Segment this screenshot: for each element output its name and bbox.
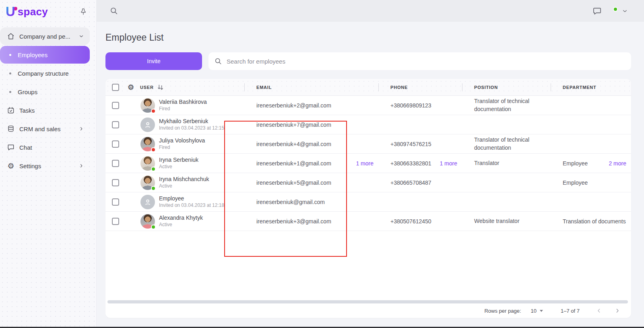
sidebar-item-employees[interactable]: Employees	[0, 46, 90, 64]
table-row[interactable]: Employee Invited on 03.04.2023 at 12:18 …	[105, 192, 631, 212]
department-more-link[interactable]: 2 more	[609, 160, 631, 167]
column-header-phone: PHONE	[378, 79, 462, 95]
column-header-user[interactable]: USER	[140, 85, 154, 90]
online-status-dot	[613, 7, 618, 12]
table-row[interactable]: Iryna Serbeniuk Active ireneserbeniuk+1@…	[105, 154, 631, 173]
search-icon	[214, 57, 222, 65]
bullet-icon	[9, 72, 11, 74]
employee-avatar	[140, 156, 155, 171]
next-page-button[interactable]	[614, 307, 621, 314]
employee-status: Active	[159, 222, 203, 228]
sidebar-item-company-and-people[interactable]: Company and pe...	[0, 27, 90, 45]
rows-per-page-select[interactable]: 10	[531, 308, 543, 314]
row-checkbox[interactable]	[112, 121, 119, 128]
employee-name: Valeriia Bashkirova	[159, 99, 207, 105]
status-dot	[151, 109, 156, 113]
bullet-icon	[9, 91, 11, 93]
sidebar-item-label: Employees	[18, 52, 47, 58]
chat-bubble-icon	[6, 143, 15, 151]
sidebar-item-label: Settings	[19, 163, 41, 169]
employee-phone: +380974576215	[390, 141, 431, 147]
row-checkbox[interactable]	[112, 140, 119, 148]
table-row[interactable]: Iryna Mishchanchuk Active ireneserbeniuk…	[105, 173, 631, 192]
employee-name: Employee	[159, 195, 224, 202]
bullet-icon	[9, 54, 11, 56]
sidebar-item-label: CRM and sales	[19, 126, 61, 132]
table-header-row: ⚙ USER EMAIL PHONE POSITION DEPARTMENT	[105, 79, 631, 96]
previous-page-button[interactable]	[596, 307, 602, 314]
sidebar-item-label: Company structure	[18, 70, 69, 77]
employee-position	[462, 115, 551, 134]
employee-status: Active	[159, 183, 209, 189]
sidebar-item-label: Chat	[19, 144, 32, 151]
status-dot	[151, 167, 156, 171]
employee-position: Website translator	[462, 212, 551, 231]
phone-more-link[interactable]: 1 more	[440, 160, 462, 167]
employee-avatar	[140, 175, 155, 190]
search-input[interactable]	[227, 58, 625, 65]
column-header-position: POSITION	[462, 79, 551, 95]
sidebar-item-label: Company and pe...	[19, 33, 70, 40]
employee-position	[462, 173, 551, 192]
row-checkbox[interactable]	[112, 179, 119, 186]
messages-icon[interactable]	[592, 6, 602, 16]
profile-chevron-down-icon[interactable]	[622, 8, 628, 14]
email-more-link[interactable]: 1 more	[356, 160, 378, 167]
sidebar-menu: Company and pe... Employees Company stru…	[0, 22, 96, 175]
table-body: Valeriia Bashkirova Fired ireneserbeniuk…	[105, 96, 631, 231]
status-dot	[151, 147, 156, 152]
horizontal-scrollbar[interactable]	[107, 300, 628, 303]
employee-name: Alexandra Khytyk	[159, 215, 203, 221]
employee-status: Invited on 03.04.2023 at 12:15	[159, 125, 224, 131]
row-checkbox[interactable]	[112, 102, 119, 109]
logo-text: spacy	[18, 6, 48, 18]
sidebar: U spacy Company and pe... Employees	[0, 0, 97, 328]
employee-avatar	[140, 98, 155, 113]
chevron-down-icon	[78, 33, 84, 39]
row-checkbox[interactable]	[112, 198, 119, 206]
sidebar-item-crm-and-sales[interactable]: CRM and sales	[0, 120, 90, 138]
table-row[interactable]: Mykhailo Serbeniuk Invited on 03.04.2023…	[105, 115, 631, 134]
column-header-department: DEPARTMENT	[551, 79, 631, 95]
employee-department: Translation of documents	[563, 218, 626, 225]
row-checkbox[interactable]	[112, 218, 119, 225]
employee-email: ireneserbeniuk+7@gmail.com	[256, 122, 331, 128]
caret-down-icon	[540, 310, 543, 312]
logo-letter: U	[6, 6, 15, 18]
sort-icon[interactable]	[157, 84, 164, 91]
employee-name: Iryna Serbeniuk	[159, 157, 198, 163]
employee-status: Fired	[159, 144, 205, 151]
employee-department: Employee	[563, 179, 588, 186]
employee-position: Translator of technical documentation	[462, 134, 551, 153]
pin-sidebar-icon[interactable]	[79, 8, 87, 16]
chevron-right-icon	[78, 126, 84, 132]
sidebar-item-chat[interactable]: Chat	[0, 138, 90, 156]
employee-email: ireneserbeniuk+1@gmail.com	[256, 160, 331, 167]
employee-name: Juliya Voloshylova	[159, 137, 205, 144]
table-row[interactable]: Valeriia Bashkirova Fired ireneserbeniuk…	[105, 96, 631, 115]
row-checkbox[interactable]	[112, 160, 119, 167]
sidebar-item-groups[interactable]: Groups	[0, 83, 90, 101]
sidebar-item-company-structure[interactable]: Company structure	[0, 64, 90, 82]
employee-avatar	[140, 214, 155, 229]
home-icon	[6, 32, 15, 40]
employee-phone: +380665708487	[390, 179, 431, 186]
select-all-checkbox[interactable]	[112, 84, 119, 91]
uspacy-logo[interactable]: U spacy	[6, 6, 48, 18]
invite-button[interactable]: Invite	[105, 52, 202, 70]
global-search-icon[interactable]	[109, 6, 118, 15]
calendar-icon	[6, 106, 15, 114]
employee-phone: +380507612450	[390, 218, 431, 225]
table-row[interactable]: Juliya Voloshylova Fired ireneserbeniuk+…	[105, 134, 631, 154]
employee-email: ireneserbeniuk+5@gmail.com	[256, 179, 331, 186]
column-header-email: EMAIL	[244, 79, 378, 95]
sidebar-item-tasks[interactable]: Tasks	[0, 101, 90, 119]
sidebar-item-settings[interactable]: ⚙ Settings	[0, 157, 90, 175]
sidebar-item-label: Groups	[18, 89, 37, 95]
table-settings-gear-icon[interactable]: ⚙	[128, 84, 134, 91]
pagination-bar: Rows per page: 10 1–7 of 7	[105, 303, 631, 318]
table-row[interactable]: Alexandra Khytyk Active ireneserbeniuk+3…	[105, 212, 631, 231]
topbar	[97, 0, 644, 22]
employee-email: ireneserbeniuk+4@gmail.com	[256, 141, 331, 147]
employee-email: ireneserbeniuk+3@gmail.com	[256, 218, 331, 225]
